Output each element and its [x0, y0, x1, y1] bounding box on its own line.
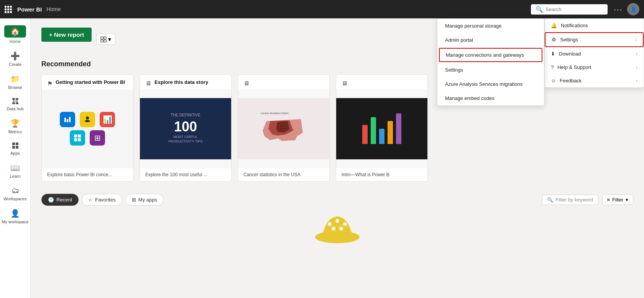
recent-icon: 🕐 — [48, 197, 54, 203]
svg-rect-12 — [104, 37, 106, 39]
card-thumb-data-story: THE DEFINITIVE 100 MOST USEFULPRODUCTIVI… — [140, 89, 231, 168]
card-header-cancer-stats: 🖥 — [238, 75, 329, 89]
map-visual: Cancer Analytics Dasht... — [238, 98, 329, 159]
svg-rect-20 — [74, 134, 77, 138]
browse-icon: 📁 — [10, 74, 20, 84]
sidebar-item-learn[interactable]: 📖 Learn — [0, 159, 30, 182]
card-desc-getting-started: Explore basic Power BI conce... — [47, 172, 112, 177]
sidebar: 🏠 Home ➕ Create 📁 Browse — [0, 18, 31, 298]
feedback-label: Feedback — [560, 78, 582, 84]
sidebar-item-metrics[interactable]: 🏆 Metrics — [0, 115, 30, 138]
tab-favorites[interactable]: ☆ Favorites — [82, 194, 122, 206]
menu-manage-embed[interactable]: Manage embed codes — [437, 91, 544, 105]
settings-panel-download[interactable]: ⬇ Download › — [545, 47, 644, 61]
sidebar-label-learn: Learn — [10, 174, 20, 178]
filter-icon: ≡ — [607, 197, 610, 203]
view-toggle-button[interactable]: ▾ — [96, 34, 115, 45]
my-workspace-icon: 👤 — [10, 209, 20, 218]
search-input[interactable] — [545, 7, 599, 12]
menu-azure-migrations[interactable]: Azure Analysis Services migrations — [437, 77, 544, 91]
topbar: Power BI Home 🔍 ··· 👤 — [0, 0, 644, 18]
sidebar-item-browse[interactable]: 📁 Browse — [0, 70, 30, 93]
pbi-icon-reports — [60, 112, 75, 127]
pbi-icon-dataflows: 📊 — [100, 112, 115, 127]
card-flag-icon: ⚑ — [47, 80, 53, 87]
brand: Power BI Home — [5, 6, 61, 13]
learn-icon: 📖 — [10, 163, 20, 172]
sidebar-item-home[interactable]: 🏠 Home — [0, 21, 30, 47]
svg-rect-9 — [12, 146, 15, 149]
card-map-icon: 🖥 — [243, 80, 250, 87]
card-intro-powerbi[interactable]: 🖥 Intro—What is Power B — [336, 74, 428, 182]
sidebar-item-my-workspace[interactable]: 👤 My workspace — [0, 205, 30, 228]
sidebar-label-home: Home — [10, 39, 21, 44]
download-icon: ⬇ — [551, 51, 555, 57]
card-title-data-story: Explore this data story — [154, 79, 208, 86]
sidebar-item-data-hub[interactable]: Data hub — [0, 93, 30, 115]
card-desc-cancer-stats: Cancer statistics in the USA — [243, 172, 301, 177]
manage-storage-label: Manage personal storage — [445, 23, 501, 29]
svg-rect-14 — [104, 40, 106, 42]
menu-manage-storage[interactable]: Manage personal storage — [437, 19, 544, 33]
bottom-section: 🕐 Recent ☆ Favorites ⊞ My apps 🔍 Filter … — [41, 194, 633, 244]
svg-point-29 — [332, 227, 335, 231]
card-desc-intro-powerbi: Intro—What is Power B — [342, 172, 389, 177]
sidebar-item-workspaces[interactable]: 🗂 Workspaces — [0, 182, 30, 205]
card-thumb-getting-started: 📊 ⊞ — [42, 90, 133, 168]
svg-rect-21 — [78, 134, 81, 138]
sidebar-item-apps[interactable]: Apps — [0, 138, 30, 159]
notifications-icon: 🔔 — [551, 23, 557, 28]
new-report-button[interactable]: + New report — [41, 28, 92, 42]
sidebar-label-metrics: Metrics — [8, 129, 22, 134]
tab-recent[interactable]: 🕐 Recent — [41, 194, 79, 206]
metrics-icon: 🏆 — [10, 119, 20, 128]
card-header-data-story: 🖥 Explore this data story — [140, 75, 231, 89]
favorites-icon: ☆ — [88, 197, 93, 203]
sidebar-label-apps: Apps — [10, 151, 20, 156]
settings-panel-notifications[interactable]: 🔔 Notifications — [545, 19, 644, 32]
sidebar-label-data-hub: Data hub — [7, 106, 24, 111]
apps-icon — [12, 142, 19, 149]
svg-rect-10 — [16, 146, 18, 149]
feedback-icon: ☺ — [551, 78, 556, 84]
filter-keyword-input[interactable]: 🔍 Filter by keyword — [542, 195, 598, 205]
svg-rect-22 — [74, 138, 77, 141]
avatar[interactable]: 👤 — [627, 3, 639, 15]
filter-label: Filter — [612, 197, 623, 203]
create-icon: ➕ — [10, 51, 20, 61]
more-options-button[interactable]: ··· — [612, 3, 624, 15]
svg-text:Cancer Analytics Dasht...: Cancer Analytics Dasht... — [261, 112, 291, 115]
settings-panel-settings[interactable]: ⚙ Settings › — [545, 32, 644, 47]
filter-search-icon: 🔍 — [547, 197, 553, 203]
settings-panel-help[interactable]: ? Help & Support › — [545, 61, 644, 74]
settings-panel-feedback[interactable]: ☺ Feedback › — [545, 74, 644, 87]
menu-settings[interactable]: Settings — [437, 63, 544, 77]
card-data-story[interactable]: 🖥 Explore this data story THE DEFINITIVE… — [140, 74, 232, 182]
brand-name: Power BI — [17, 6, 42, 13]
help-chevron-icon: › — [636, 65, 637, 70]
svg-point-18 — [86, 116, 89, 120]
settings-menu-label: Settings — [445, 67, 463, 73]
azure-migrations-label: Azure Analysis Services migrations — [445, 81, 522, 87]
app-grid-icon[interactable] — [5, 6, 12, 13]
settings-gear-icon: ⚙ — [552, 37, 556, 43]
tab-favorites-label: Favorites — [95, 197, 115, 203]
card-getting-started[interactable]: ⚑ Getting started with Power BI 📊 — [41, 74, 133, 182]
card-story-icon: 🖥 — [145, 80, 151, 87]
cards-grid: ⚑ Getting started with Power BI 📊 — [41, 74, 633, 182]
svg-rect-15 — [64, 118, 66, 122]
search-bar[interactable]: 🔍 — [531, 4, 608, 15]
sidebar-item-create[interactable]: ➕ Create — [0, 47, 30, 70]
book-cover: THE DEFINITIVE 100 MOST USEFULPRODUCTIVI… — [140, 98, 231, 159]
svg-point-26 — [328, 222, 332, 226]
manage-connections-label: Manage connections and gateways — [446, 52, 524, 58]
help-icon: ? — [551, 64, 554, 70]
card-intro-icon: 🖥 — [342, 80, 348, 87]
svg-rect-17 — [69, 117, 71, 122]
card-desc-data-story: Explore the 100 most useful ... — [145, 172, 207, 177]
filter-button[interactable]: ≡ Filter ▾ — [602, 195, 633, 205]
card-cancer-stats[interactable]: 🖥 Cancer Analytics Dasht... Can — [238, 74, 330, 182]
tab-my-apps[interactable]: ⊞ My apps — [125, 194, 164, 206]
menu-admin-portal[interactable]: Admin portal — [437, 33, 544, 47]
menu-manage-connections[interactable]: Manage connections and gateways — [439, 48, 542, 62]
